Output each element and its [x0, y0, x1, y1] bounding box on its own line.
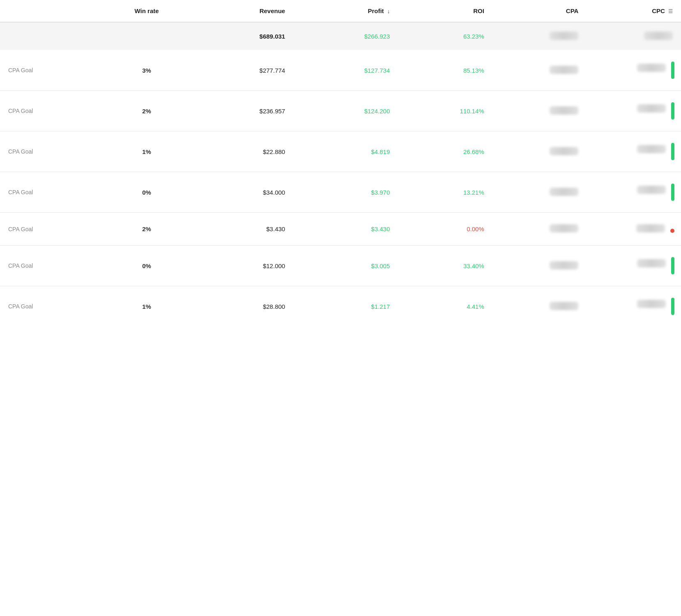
row-profit-1: $124.200: [293, 91, 398, 131]
row-cpa-3: [492, 172, 587, 213]
col-header-winrate[interactable]: Win rate: [105, 0, 189, 22]
data-table: Win rate Revenue Profit ↓ ROI CPA CPC ☰: [0, 0, 681, 326]
cpa-label: CPA: [566, 7, 579, 14]
summary-row: $689.031 $266.923 63.23%: [0, 22, 681, 50]
row-cpa-0: [492, 50, 587, 91]
row-cpc-blur-6: [637, 300, 666, 308]
row-cpc-blur-5: [637, 259, 666, 267]
cpc-label: CPC: [652, 7, 665, 14]
row-winrate-6: 1%: [105, 286, 189, 327]
row-roi-6: 4.41%: [398, 286, 492, 327]
row-cpa-6: [492, 286, 587, 327]
summary-profit: $266.923: [293, 22, 398, 50]
row-roi-3: 13.21%: [398, 172, 492, 213]
row-revenue-0: $277.774: [189, 50, 293, 91]
row-cpc-6: [587, 286, 681, 327]
row-label-3: CPA Goal: [0, 172, 105, 213]
summary-winrate: [105, 22, 189, 50]
row-revenue-5: $12.000: [189, 246, 293, 286]
row-profit-0: $127.734: [293, 50, 398, 91]
table-header-row: Win rate Revenue Profit ↓ ROI CPA CPC ☰: [0, 0, 681, 22]
revenue-label: Revenue: [260, 7, 285, 14]
row-roi-4: 0.00%: [398, 213, 492, 246]
row-winrate-5: 0%: [105, 246, 189, 286]
row-cpc-blur-2: [637, 145, 666, 153]
row-roi-1: 110.14%: [398, 91, 492, 131]
col-header-cpa[interactable]: CPA: [492, 0, 587, 22]
col-header-roi[interactable]: ROI: [398, 0, 492, 22]
row-cpa-blur-2: [550, 147, 578, 155]
row-profit-5: $3.005: [293, 246, 398, 286]
table-row: CPA Goal 1% $28.800 $1.217 4.41%: [0, 286, 681, 327]
row-cpa-blur-0: [550, 66, 578, 74]
row-profit-4: $3.430: [293, 213, 398, 246]
winrate-label: Win rate: [135, 7, 159, 14]
table-row: CPA Goal 2% $236.957 $124.200 110.14%: [0, 91, 681, 131]
row-cpa-blur-1: [550, 106, 578, 115]
profit-label: Profit: [368, 7, 384, 14]
row-cpc-3: [587, 172, 681, 213]
row-indicator-0: [671, 62, 674, 79]
row-cpa-blur-3: [550, 188, 578, 196]
row-winrate-3: 0%: [105, 172, 189, 213]
row-roi-5: 33.40%: [398, 246, 492, 286]
row-label-2: CPA Goal: [0, 131, 105, 172]
row-cpa-4: [492, 213, 587, 246]
row-cpa-blur-5: [550, 261, 578, 269]
row-cpa-1: [492, 91, 587, 131]
table-row: CPA Goal 2% $3.430 $3.430 0.00%: [0, 213, 681, 246]
row-cpa-blur-4: [550, 224, 578, 232]
row-revenue-2: $22.880: [189, 131, 293, 172]
row-label-5: CPA Goal: [0, 246, 105, 286]
row-label-0: CPA Goal: [0, 50, 105, 91]
row-winrate-1: 2%: [105, 91, 189, 131]
table-container: Win rate Revenue Profit ↓ ROI CPA CPC ☰: [0, 0, 681, 616]
row-label-1: CPA Goal: [0, 91, 105, 131]
row-roi-2: 26.68%: [398, 131, 492, 172]
row-winrate-0: 3%: [105, 50, 189, 91]
row-cpc-5: [587, 246, 681, 286]
table-row: CPA Goal 3% $277.774 $127.734 85.13%: [0, 50, 681, 91]
table-row: CPA Goal 0% $34.000 $3.970 13.21%: [0, 172, 681, 213]
row-cpc-blur-4: [636, 224, 665, 232]
row-winrate-2: 1%: [105, 131, 189, 172]
cpc-filter-icon[interactable]: ☰: [668, 9, 673, 14]
row-revenue-3: $34.000: [189, 172, 293, 213]
row-revenue-1: $236.957: [189, 91, 293, 131]
row-cpc-4: [587, 213, 681, 246]
summary-label: [0, 22, 105, 50]
col-header-label: [0, 0, 105, 22]
row-indicator-6: [671, 298, 674, 315]
roi-label: ROI: [473, 7, 484, 14]
row-revenue-4: $3.430: [189, 213, 293, 246]
row-cpc-0: [587, 50, 681, 91]
table-row: CPA Goal 0% $12.000 $3.005 33.40%: [0, 246, 681, 286]
row-indicator-5: [671, 257, 674, 274]
row-cpa-2: [492, 131, 587, 172]
row-cpc-1: [587, 91, 681, 131]
row-cpc-2: [587, 131, 681, 172]
summary-revenue: $689.031: [189, 22, 293, 50]
col-header-cpc[interactable]: CPC ☰: [587, 0, 681, 22]
row-cpa-5: [492, 246, 587, 286]
row-cpc-blur-3: [637, 186, 666, 194]
table-row: CPA Goal 1% $22.880 $4.819 26.68%: [0, 131, 681, 172]
summary-roi: 63.23%: [398, 22, 492, 50]
summary-cpa-blur: [550, 32, 578, 40]
row-indicator-2: [671, 143, 674, 160]
row-indicator-3: [671, 184, 674, 201]
row-revenue-6: $28.800: [189, 286, 293, 327]
row-label-6: CPA Goal: [0, 286, 105, 327]
col-header-profit[interactable]: Profit ↓: [293, 0, 398, 22]
row-winrate-4: 2%: [105, 213, 189, 246]
row-indicator-1: [671, 102, 674, 120]
row-profit-3: $3.970: [293, 172, 398, 213]
row-profit-6: $1.217: [293, 286, 398, 327]
col-header-revenue[interactable]: Revenue: [189, 0, 293, 22]
row-cpc-blur-1: [637, 104, 666, 113]
row-cpc-blur-0: [637, 64, 666, 72]
row-profit-2: $4.819: [293, 131, 398, 172]
profit-sort-icon[interactable]: ↓: [387, 8, 390, 14]
summary-cpa: [492, 22, 587, 50]
row-roi-0: 85.13%: [398, 50, 492, 91]
